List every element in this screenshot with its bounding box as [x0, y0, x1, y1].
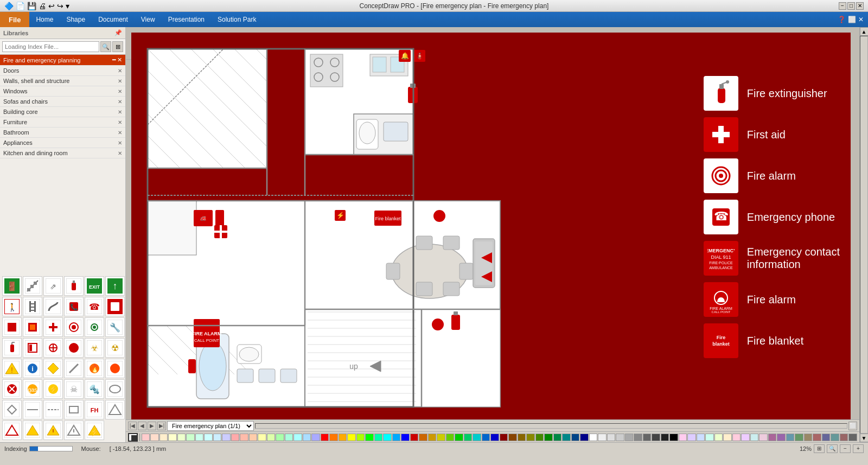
color-swatch[interactable] — [786, 434, 795, 441]
search-button[interactable]: 🔍 — [100, 41, 111, 52]
icon-triangle4[interactable] — [43, 421, 63, 440]
color-swatch[interactable] — [490, 434, 499, 441]
menu-solution-park[interactable]: Solution Park — [211, 12, 263, 27]
lib-item-fire[interactable]: Fire and emergency planning ━ ✕ — [0, 55, 125, 66]
color-swatch[interactable] — [303, 434, 311, 441]
search-input[interactable] — [2, 41, 99, 52]
lib-minimize-icon[interactable]: ━ — [112, 56, 116, 63]
lib-close-icon[interactable]: ✕ — [117, 56, 122, 63]
color-swatch[interactable] — [616, 434, 624, 441]
icon-radiation[interactable]: ☢ — [105, 338, 125, 358]
color-swatch[interactable] — [482, 434, 490, 441]
tab-selector[interactable]: Fire emergency plan (1/1) — [167, 421, 254, 431]
color-swatch[interactable] — [142, 434, 150, 441]
lib-item-doors[interactable]: Doors ✕ — [0, 66, 125, 76]
icon-exit-running[interactable]: 🚶 — [2, 297, 22, 316]
color-swatch[interactable] — [231, 434, 240, 441]
icon-toxic[interactable]: ☠ — [64, 379, 84, 399]
menu-view[interactable]: View — [135, 12, 162, 27]
color-swatch[interactable] — [535, 434, 544, 441]
icon-exit-sign[interactable]: EXIT — [85, 276, 104, 296]
diagram-canvas[interactable]: 🔔 🧯 — [131, 33, 851, 419]
color-swatch[interactable] — [347, 434, 356, 441]
color-swatch[interactable] — [723, 434, 732, 441]
color-swatch[interactable] — [848, 434, 857, 441]
color-swatch[interactable] — [661, 434, 669, 441]
color-swatch[interactable] — [750, 434, 759, 441]
icon-triangle5[interactable] — [64, 421, 84, 440]
color-swatch[interactable] — [392, 434, 401, 441]
lib-close-icon[interactable]: ✕ — [118, 130, 122, 136]
icon-corrosive[interactable] — [105, 359, 125, 378]
horizontal-scrollbar[interactable] — [255, 423, 847, 429]
icon-escalator[interactable]: ⇗ — [43, 276, 63, 296]
color-swatch[interactable] — [804, 434, 813, 441]
color-swatch[interactable] — [508, 434, 517, 441]
color-swatch[interactable] — [643, 434, 652, 441]
color-swatch[interactable] — [687, 434, 696, 441]
color-swatch[interactable] — [186, 434, 195, 441]
color-swatch[interactable] — [607, 434, 616, 441]
icon-cabinet[interactable] — [23, 338, 42, 358]
icon-circle-red[interactable] — [64, 338, 84, 358]
color-swatch[interactable] — [455, 434, 463, 441]
icon-phone-red[interactable]: 📞 — [64, 297, 84, 316]
color-swatch[interactable] — [831, 434, 839, 441]
scroll-expand-button[interactable]: ⬜ — [848, 422, 857, 430]
lib-close-icon[interactable]: ✕ — [118, 99, 122, 105]
menu-file[interactable]: File — [0, 12, 29, 27]
icon-box[interactable] — [64, 400, 84, 419]
icon-stop[interactable] — [2, 317, 22, 337]
lib-item-building[interactable]: Building core ✕ — [0, 107, 125, 117]
color-swatch[interactable] — [464, 434, 473, 441]
tab-nav-prev[interactable]: ◀ — [138, 422, 146, 430]
color-swatch[interactable] — [213, 434, 222, 441]
color-swatch[interactable] — [768, 434, 777, 441]
icon-info[interactable]: i — [23, 359, 42, 378]
color-swatch[interactable] — [598, 434, 607, 441]
expand-icon[interactable]: ⬜ — [848, 16, 856, 23]
close-button[interactable]: ✕ — [856, 2, 864, 10]
menu-presentation[interactable]: Presentation — [162, 12, 211, 27]
color-swatch[interactable] — [285, 434, 293, 441]
icon-extinguisher2[interactable] — [2, 338, 22, 358]
zoom-search-button[interactable]: 🔍 — [827, 444, 838, 453]
color-swatch[interactable] — [813, 434, 821, 441]
icon-warning[interactable]: ! — [2, 359, 22, 378]
menu-shape[interactable]: Shape — [60, 12, 92, 27]
color-swatch[interactable] — [526, 434, 535, 441]
color-swatch[interactable] — [679, 434, 687, 441]
color-swatch[interactable] — [339, 434, 347, 441]
color-swatch[interactable] — [705, 434, 714, 441]
color-swatch[interactable] — [365, 434, 374, 441]
color-swatch[interactable] — [195, 434, 204, 441]
color-swatch[interactable] — [240, 434, 248, 441]
color-swatch[interactable] — [571, 434, 580, 441]
color-swatch[interactable] — [293, 434, 302, 441]
lib-item-bathroom[interactable]: Bathroom ✕ — [0, 128, 125, 138]
lib-item-appliances[interactable]: Appliances ✕ — [0, 138, 125, 148]
color-swatch[interactable] — [159, 434, 168, 441]
maximize-button[interactable]: □ — [847, 2, 855, 10]
icon-fire-small[interactable] — [105, 297, 125, 316]
icon-flammable[interactable]: 🔥 — [85, 359, 104, 378]
color-swatch[interactable] — [840, 434, 848, 441]
icon-triangle2[interactable] — [2, 421, 22, 440]
color-swatch[interactable] — [311, 434, 320, 441]
canvas-area[interactable]: 🔔 🧯 — [126, 27, 859, 442]
color-swatch[interactable] — [249, 434, 258, 441]
color-swatch[interactable] — [374, 434, 383, 441]
color-swatch[interactable] — [518, 434, 526, 441]
color-swatch[interactable] — [625, 434, 634, 441]
icon-no-entry[interactable] — [43, 317, 63, 337]
color-swatch[interactable] — [669, 434, 678, 441]
scroll-up-button[interactable]: ▲ — [860, 27, 869, 36]
color-swatch[interactable] — [446, 434, 455, 441]
color-swatch[interactable] — [652, 434, 660, 441]
icon-wrench[interactable]: 🔧 — [105, 317, 125, 337]
icon-x-mark[interactable] — [2, 379, 22, 399]
icon-electrical-hazard[interactable]: ⚡ — [85, 421, 104, 440]
color-swatch[interactable] — [473, 434, 481, 441]
color-swatch[interactable] — [410, 434, 419, 441]
color-swatch[interactable] — [419, 434, 427, 441]
